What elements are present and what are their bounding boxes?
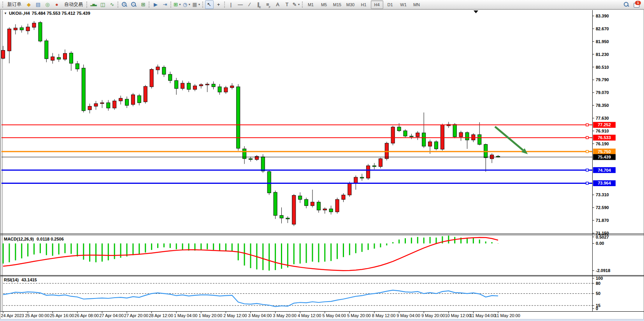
tile-windows-icon[interactable]: ⊞ (139, 0, 147, 9)
timeframe-m1[interactable]: M1 (305, 0, 317, 9)
zoom-out-icon[interactable]: − (130, 0, 138, 9)
svg-text:2 May 12:00: 2 May 12:00 (223, 313, 247, 318)
rsi-value: 43.1415 (21, 277, 37, 282)
macd-name: MACD(12,26,9) (4, 237, 34, 241)
rsi-label: RSI(14) 43.1415 (4, 277, 39, 282)
trendline-icon[interactable]: ∕ (246, 0, 254, 9)
svg-text:81.950: 81.950 (596, 39, 609, 44)
channel-icon[interactable]: ∥E (255, 0, 263, 9)
toolbar-grip (86, 2, 87, 8)
svg-text:76.910: 76.910 (596, 129, 609, 133)
timeframe-m5[interactable]: M5 (318, 0, 330, 9)
fibonacci-icon[interactable]: ≡F (264, 0, 273, 9)
svg-text:100: 100 (596, 276, 603, 281)
ohlc-values: 75.484 75.553 75.412 75.439 (32, 11, 90, 16)
cursor-icon[interactable]: ↖ (205, 0, 214, 9)
svg-text:73.310: 73.310 (596, 192, 609, 197)
svg-text:25 Apr 00:00: 25 Apr 00:00 (25, 313, 49, 318)
horizontal-line-icon[interactable]: — (236, 0, 245, 9)
text-label-icon[interactable]: T (283, 0, 291, 9)
candlestick-chart-icon[interactable]: ◫ (98, 0, 107, 9)
collapse-arrow-icon[interactable]: ▼ (4, 12, 7, 15)
svg-text:1 May 20:00: 1 May 20:00 (199, 313, 223, 318)
timeframe-m15[interactable]: M15 (331, 0, 344, 9)
timeframe-h1[interactable]: H1 (358, 0, 370, 9)
indicators-icon[interactable]: ⊞▼ (173, 0, 182, 9)
svg-text:5 May 04:00: 5 May 04:00 (323, 313, 346, 318)
line-chart-icon[interactable]: ∿ (108, 0, 116, 9)
svg-text:27 Apr 20:00: 27 Apr 20:00 (124, 313, 148, 318)
chart-symbol-title: ▼ UKOil-,H4 75.484 75.553 75.412 75.439 (4, 11, 90, 16)
crosshair-icon[interactable]: + (214, 0, 223, 9)
main-toolbar: 新订单◆▤◎●自动交易▂▅▃◫∿+−⊞▶⇥⊞▼◷▼▦▼↖+|—∕∥E≡FAT✎▼… (0, 0, 644, 9)
periods-icon[interactable]: ◷▼ (182, 0, 191, 9)
svg-text:78.350: 78.350 (596, 103, 609, 108)
toolbar-grip (149, 2, 149, 8)
auto-scroll-icon[interactable]: ▶ (151, 0, 160, 9)
macd-label: MACD(12,26,9) 0.0118 0.2506 (4, 237, 65, 241)
svg-text:10 May 12:00: 10 May 12:00 (445, 313, 471, 318)
toolbar-grip (118, 2, 118, 8)
new-order-icon[interactable]: ◆ (25, 0, 33, 9)
chart-shift-icon[interactable]: ⇥ (161, 0, 169, 9)
symbol-label: UKOil-,H4 (9, 11, 30, 16)
svg-text:25 Apr 16:00: 25 Apr 16:00 (50, 313, 74, 318)
svg-text:72.590: 72.590 (596, 205, 609, 210)
toolbar-grip (202, 2, 203, 8)
svg-text:73.964: 73.964 (598, 181, 611, 185)
toolbar-grip (302, 2, 303, 8)
chart-window[interactable]: 83.39082.67081.95081.23080.51079.79079.0… (0, 9, 644, 321)
svg-text:9 May 04:00: 9 May 04:00 (397, 313, 420, 318)
svg-text:79.070: 79.070 (596, 90, 609, 95)
svg-text:75.439: 75.439 (598, 155, 611, 159)
timeframe-mn[interactable]: MN (411, 0, 423, 9)
chart-canvas[interactable]: 83.39082.67081.95081.23080.51079.79079.0… (0, 9, 644, 321)
vertical-line-icon[interactable]: | (227, 0, 235, 9)
app-window: 新订单◆▤◎●自动交易▂▅▃◫∿+−⊞▶⇥⊞▼◷▼▦▼↖+|—∕∥E≡FAT✎▼… (0, 0, 644, 321)
svg-text:80: 80 (596, 281, 600, 286)
autotrade-button[interactable]: 自动交易 (62, 0, 85, 9)
macd-values: 0.0118 0.2506 (37, 237, 64, 241)
svg-text:0.5027: 0.5027 (596, 235, 609, 239)
bar-chart-icon[interactable]: ▂▅▃ (89, 0, 98, 9)
notification-badge: 1 (635, 1, 641, 5)
svg-text:83.390: 83.390 (596, 14, 609, 18)
svg-text:5 May 20:00: 5 May 20:00 (347, 313, 371, 318)
market-watch-icon[interactable]: ▤ (34, 0, 42, 9)
svg-text:71.870: 71.870 (596, 218, 609, 223)
svg-text:50: 50 (596, 291, 600, 296)
svg-text:0: 0 (596, 306, 598, 311)
timeframe-w1[interactable]: W1 (397, 0, 410, 9)
svg-text:28 Apr 12:00: 28 Apr 12:00 (149, 313, 173, 318)
svg-text:82.670: 82.670 (596, 26, 609, 31)
timeframe-h4[interactable]: H4 (371, 0, 383, 9)
svg-text:3 May 20:00: 3 May 20:00 (273, 313, 297, 318)
svg-text:0.00: 0.00 (596, 241, 604, 246)
navigator-icon[interactable]: ◎ (43, 0, 52, 9)
svg-text:77.252: 77.252 (598, 122, 611, 127)
chat-icon[interactable]: 1 (633, 2, 640, 7)
text-icon[interactable]: A (274, 0, 282, 9)
toolbar-grip (224, 2, 225, 8)
svg-text:80.510: 80.510 (596, 65, 609, 70)
svg-text:81.230: 81.230 (596, 52, 609, 57)
search-icon[interactable] (623, 2, 630, 8)
svg-text:77.630: 77.630 (596, 116, 609, 120)
svg-text:26 Apr 08:00: 26 Apr 08:00 (75, 313, 99, 318)
svg-text:1 May 04:00: 1 May 04:00 (174, 313, 198, 318)
templates-icon[interactable]: ▦▼ (192, 0, 201, 9)
shapes-icon[interactable]: ✎▼ (292, 0, 301, 9)
timeframe-m30[interactable]: M30 (344, 0, 357, 9)
svg-text:76.533: 76.533 (598, 135, 611, 140)
toolbar-grip (2, 2, 3, 8)
timeframe-d1[interactable]: D1 (384, 0, 397, 9)
zoom-in-icon[interactable]: + (120, 0, 129, 9)
svg-text:4 May 12:00: 4 May 12:00 (298, 313, 321, 318)
autotrade-icon[interactable]: ● (53, 0, 61, 9)
svg-text:8 May 12:00: 8 May 12:00 (372, 313, 396, 318)
svg-text:11 May 04:00: 11 May 04:00 (470, 313, 495, 318)
svg-text:27 Apr 04:00: 27 Apr 04:00 (99, 313, 123, 318)
new-order-button[interactable]: 新订单 (5, 0, 24, 9)
svg-text:76.190: 76.190 (596, 141, 609, 146)
svg-text:9 May 20:00: 9 May 20:00 (421, 313, 445, 318)
